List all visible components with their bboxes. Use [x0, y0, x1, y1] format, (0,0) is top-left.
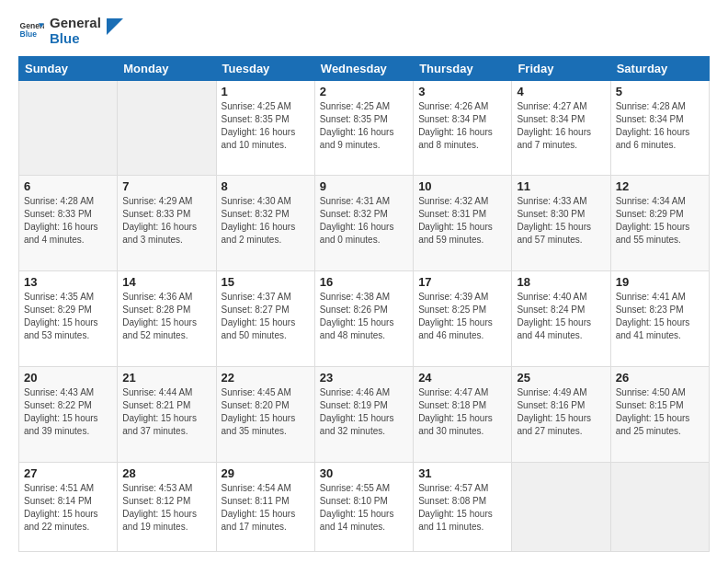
day-number: 2	[320, 85, 408, 98]
calendar-cell: 29Sunrise: 4:54 AM Sunset: 8:11 PM Dayli…	[216, 463, 314, 552]
day-detail: Sunrise: 4:45 AM Sunset: 8:20 PM Dayligh…	[222, 386, 310, 438]
calendar-cell: 18Sunrise: 4:40 AM Sunset: 8:24 PM Dayli…	[512, 271, 610, 367]
day-detail: Sunrise: 4:50 AM Sunset: 8:15 PM Dayligh…	[616, 386, 704, 438]
col-monday: Monday	[118, 56, 216, 80]
logo-triangle-icon	[107, 18, 123, 35]
calendar-cell: 22Sunrise: 4:45 AM Sunset: 8:20 PM Dayli…	[216, 367, 314, 463]
calendar-cell: 2Sunrise: 4:25 AM Sunset: 8:35 PM Daylig…	[314, 80, 413, 176]
calendar-cell: 4Sunrise: 4:27 AM Sunset: 8:34 PM Daylig…	[512, 80, 610, 176]
header-row: Sunday Monday Tuesday Wednesday Thursday…	[19, 56, 710, 80]
day-detail: Sunrise: 4:44 AM Sunset: 8:21 PM Dayligh…	[122, 386, 210, 438]
logo-icon: General Blue	[18, 17, 44, 43]
calendar-cell: 21Sunrise: 4:44 AM Sunset: 8:21 PM Dayli…	[118, 367, 216, 463]
day-number: 23	[320, 371, 408, 385]
day-detail: Sunrise: 4:27 AM Sunset: 8:34 PM Dayligh…	[517, 100, 605, 152]
col-thursday: Thursday	[414, 56, 512, 80]
day-detail: Sunrise: 4:30 AM Sunset: 8:32 PM Dayligh…	[222, 195, 310, 247]
day-detail: Sunrise: 4:38 AM Sunset: 8:26 PM Dayligh…	[320, 291, 408, 342]
day-detail: Sunrise: 4:41 AM Sunset: 8:23 PM Dayligh…	[616, 291, 704, 342]
logo: General Blue General Blue	[18, 15, 123, 47]
day-number: 26	[616, 371, 704, 385]
day-number: 5	[616, 85, 704, 98]
svg-marker-4	[107, 18, 123, 35]
logo-blue: Blue	[50, 30, 101, 46]
calendar-cell: 1Sunrise: 4:25 AM Sunset: 8:35 PM Daylig…	[216, 80, 314, 176]
day-number: 3	[418, 85, 506, 98]
calendar-cell: 17Sunrise: 4:39 AM Sunset: 8:25 PM Dayli…	[414, 271, 512, 367]
calendar-cell	[610, 463, 709, 552]
day-detail: Sunrise: 4:32 AM Sunset: 8:31 PM Dayligh…	[418, 195, 506, 247]
day-number: 28	[122, 466, 210, 480]
day-detail: Sunrise: 4:39 AM Sunset: 8:25 PM Dayligh…	[418, 291, 506, 342]
day-number: 25	[517, 371, 605, 385]
calendar-cell	[118, 80, 216, 176]
day-detail: Sunrise: 4:47 AM Sunset: 8:18 PM Dayligh…	[418, 386, 506, 438]
calendar-cell	[512, 463, 610, 552]
calendar-cell: 28Sunrise: 4:53 AM Sunset: 8:12 PM Dayli…	[118, 463, 216, 552]
calendar-cell: 10Sunrise: 4:32 AM Sunset: 8:31 PM Dayli…	[414, 176, 512, 271]
day-detail: Sunrise: 4:33 AM Sunset: 8:30 PM Dayligh…	[517, 195, 605, 247]
day-number: 24	[418, 371, 506, 385]
day-number: 6	[24, 179, 112, 193]
calendar-cell: 27Sunrise: 4:51 AM Sunset: 8:14 PM Dayli…	[19, 463, 118, 552]
day-detail: Sunrise: 4:36 AM Sunset: 8:28 PM Dayligh…	[122, 291, 210, 342]
calendar-cell: 6Sunrise: 4:28 AM Sunset: 8:33 PM Daylig…	[19, 176, 118, 271]
day-number: 1	[222, 85, 310, 98]
calendar-cell: 26Sunrise: 4:50 AM Sunset: 8:15 PM Dayli…	[610, 367, 709, 463]
col-sunday: Sunday	[19, 56, 118, 80]
calendar-cell: 20Sunrise: 4:43 AM Sunset: 8:22 PM Dayli…	[19, 367, 118, 463]
day-number: 17	[418, 275, 506, 289]
day-detail: Sunrise: 4:28 AM Sunset: 8:33 PM Dayligh…	[24, 195, 112, 247]
day-detail: Sunrise: 4:43 AM Sunset: 8:22 PM Dayligh…	[24, 386, 112, 438]
col-friday: Friday	[512, 56, 610, 80]
calendar-cell: 19Sunrise: 4:41 AM Sunset: 8:23 PM Dayli…	[610, 271, 709, 367]
day-number: 7	[122, 179, 210, 193]
day-number: 18	[517, 275, 605, 289]
day-number: 8	[222, 179, 310, 193]
day-detail: Sunrise: 4:31 AM Sunset: 8:32 PM Dayligh…	[320, 195, 408, 247]
calendar-table: Sunday Monday Tuesday Wednesday Thursday…	[18, 56, 710, 553]
day-number: 22	[222, 371, 310, 385]
day-number: 19	[616, 275, 704, 289]
calendar-cell: 11Sunrise: 4:33 AM Sunset: 8:30 PM Dayli…	[512, 176, 610, 271]
calendar-cell: 30Sunrise: 4:55 AM Sunset: 8:10 PM Dayli…	[314, 463, 413, 552]
day-detail: Sunrise: 4:28 AM Sunset: 8:34 PM Dayligh…	[616, 100, 704, 152]
day-detail: Sunrise: 4:54 AM Sunset: 8:11 PM Dayligh…	[222, 482, 310, 534]
calendar-cell: 15Sunrise: 4:37 AM Sunset: 8:27 PM Dayli…	[216, 271, 314, 367]
calendar-cell: 14Sunrise: 4:36 AM Sunset: 8:28 PM Dayli…	[118, 271, 216, 367]
calendar-cell: 25Sunrise: 4:49 AM Sunset: 8:16 PM Dayli…	[512, 367, 610, 463]
day-number: 4	[517, 85, 605, 98]
day-detail: Sunrise: 4:40 AM Sunset: 8:24 PM Dayligh…	[517, 291, 605, 342]
day-detail: Sunrise: 4:57 AM Sunset: 8:08 PM Dayligh…	[418, 482, 506, 534]
day-number: 12	[616, 179, 704, 193]
calendar-cell: 5Sunrise: 4:28 AM Sunset: 8:34 PM Daylig…	[610, 80, 709, 176]
logo-general: General	[50, 15, 101, 30]
day-detail: Sunrise: 4:25 AM Sunset: 8:35 PM Dayligh…	[222, 100, 310, 152]
col-wednesday: Wednesday	[314, 56, 413, 80]
day-number: 14	[122, 275, 210, 289]
day-number: 15	[222, 275, 310, 289]
day-number: 11	[517, 179, 605, 193]
day-detail: Sunrise: 4:34 AM Sunset: 8:29 PM Dayligh…	[616, 195, 704, 247]
day-detail: Sunrise: 4:37 AM Sunset: 8:27 PM Dayligh…	[222, 291, 310, 342]
calendar-cell: 24Sunrise: 4:47 AM Sunset: 8:18 PM Dayli…	[414, 367, 512, 463]
calendar-cell	[19, 80, 118, 176]
calendar-cell: 7Sunrise: 4:29 AM Sunset: 8:33 PM Daylig…	[118, 176, 216, 271]
day-number: 31	[418, 466, 506, 480]
day-detail: Sunrise: 4:51 AM Sunset: 8:14 PM Dayligh…	[24, 482, 112, 534]
day-number: 30	[320, 466, 408, 480]
day-detail: Sunrise: 4:55 AM Sunset: 8:10 PM Dayligh…	[320, 482, 408, 534]
day-number: 29	[222, 466, 310, 480]
calendar-cell: 23Sunrise: 4:46 AM Sunset: 8:19 PM Dayli…	[314, 367, 413, 463]
page: General Blue General Blue Sunday Monday	[0, 0, 728, 563]
calendar-cell: 31Sunrise: 4:57 AM Sunset: 8:08 PM Dayli…	[414, 463, 512, 552]
header: General Blue General Blue	[18, 15, 710, 47]
calendar-cell: 9Sunrise: 4:31 AM Sunset: 8:32 PM Daylig…	[314, 176, 413, 271]
day-number: 20	[24, 371, 112, 385]
calendar-header: Sunday Monday Tuesday Wednesday Thursday…	[19, 56, 710, 80]
calendar-cell: 13Sunrise: 4:35 AM Sunset: 8:29 PM Dayli…	[19, 271, 118, 367]
day-number: 9	[320, 179, 408, 193]
day-number: 16	[320, 275, 408, 289]
day-detail: Sunrise: 4:29 AM Sunset: 8:33 PM Dayligh…	[122, 195, 210, 247]
day-number: 13	[24, 275, 112, 289]
